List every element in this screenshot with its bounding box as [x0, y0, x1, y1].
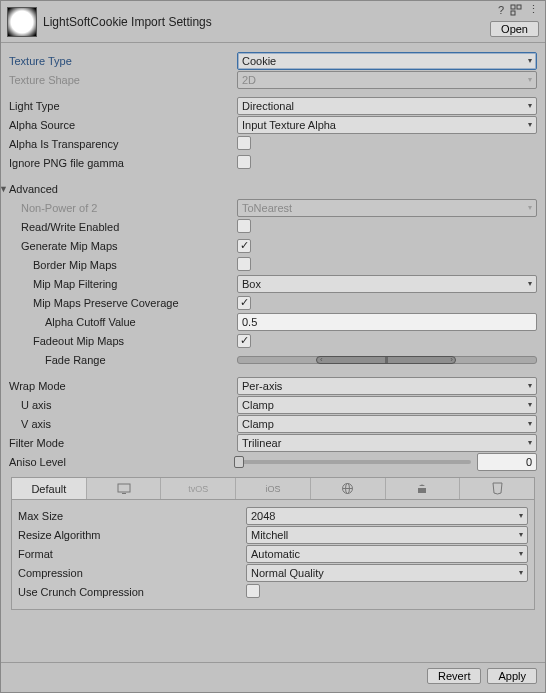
fadeout-mip-label: Fadeout Mip Maps — [33, 335, 124, 347]
read-write-checkbox[interactable] — [237, 219, 251, 233]
read-write-label: Read/Write Enabled — [21, 221, 119, 233]
alpha-transparency-label: Alpha Is Transparency — [9, 138, 118, 150]
alpha-transparency-checkbox[interactable] — [237, 136, 251, 150]
wrap-mode-dropdown[interactable]: Per-axis▾ — [237, 377, 537, 395]
border-mip-checkbox[interactable] — [237, 257, 251, 271]
texture-shape-label: Texture Shape — [9, 74, 80, 86]
texture-shape-dropdown: 2D▾ — [237, 71, 537, 89]
chevron-down-icon: ▾ — [528, 75, 532, 84]
preset-icon[interactable] — [510, 4, 522, 16]
format-dropdown[interactable]: Automatic▾ — [246, 545, 528, 563]
monitor-icon — [117, 483, 131, 495]
svg-rect-1 — [517, 5, 521, 9]
html5-icon — [492, 482, 503, 495]
resize-alg-label: Resize Algorithm — [18, 529, 101, 541]
npo2-label: Non-Power of 2 — [21, 202, 97, 214]
open-button[interactable]: Open — [490, 21, 539, 37]
border-mip-label: Border Mip Maps — [33, 259, 117, 271]
chevron-down-icon: ▾ — [528, 438, 532, 447]
platform-tab-android[interactable] — [386, 478, 461, 499]
wrap-mode-label: Wrap Mode — [9, 380, 66, 392]
chevron-down-icon: ▾ — [519, 549, 523, 558]
mip-coverage-label: Mip Maps Preserve Coverage — [33, 297, 179, 309]
svg-rect-2 — [511, 11, 515, 15]
platform-tab-desktop[interactable] — [87, 478, 162, 499]
menu-icon[interactable]: ⋮ — [528, 3, 539, 16]
svg-rect-3 — [118, 484, 130, 492]
mip-filtering-dropdown[interactable]: Box▾ — [237, 275, 537, 293]
platform-tab-web[interactable] — [311, 478, 386, 499]
mip-filtering-label: Mip Map Filtering — [33, 278, 117, 290]
android-icon — [416, 483, 428, 495]
aniso-field[interactable]: 0 — [477, 453, 537, 471]
chevron-down-icon: ▾ — [528, 419, 532, 428]
apply-button[interactable]: Apply — [487, 668, 537, 684]
aniso-slider-handle[interactable] — [234, 456, 244, 468]
globe-icon — [341, 482, 354, 495]
chevron-down-icon: ▾ — [528, 381, 532, 390]
fade-range-slider[interactable]: ‹|||› — [237, 356, 537, 364]
crunch-checkbox[interactable] — [246, 584, 260, 598]
platform-tab-ios[interactable]: iOS — [236, 478, 311, 499]
light-type-dropdown[interactable]: Directional▾ — [237, 97, 537, 115]
max-size-label: Max Size — [18, 510, 63, 522]
aniso-level-label: Aniso Level — [9, 456, 66, 468]
inspector-header: LightSoftCookie Import Settings ? ⋮ Open — [1, 1, 545, 43]
foldout-icon[interactable]: ▼ — [1, 184, 9, 194]
alpha-cutoff-label: Alpha Cutoff Value — [45, 316, 136, 328]
fade-range-label: Fade Range — [45, 354, 106, 366]
svg-rect-0 — [511, 5, 515, 9]
fade-range-handle[interactable]: ‹|||› — [316, 356, 456, 364]
platform-tab-tvos[interactable]: tvOS — [161, 478, 236, 499]
v-axis-dropdown[interactable]: Clamp▾ — [237, 415, 537, 433]
npo2-dropdown: ToNearest▾ — [237, 199, 537, 217]
format-label: Format — [18, 548, 53, 560]
chevron-down-icon: ▾ — [528, 279, 532, 288]
help-icon[interactable]: ? — [498, 4, 504, 16]
alpha-source-dropdown[interactable]: Input Texture Alpha▾ — [237, 116, 537, 134]
filter-mode-dropdown[interactable]: Trilinear▾ — [237, 434, 537, 452]
svg-rect-4 — [122, 493, 126, 494]
asset-title: LightSoftCookie Import Settings — [43, 15, 212, 29]
gen-mip-checkbox[interactable]: ✓ — [237, 239, 251, 253]
texture-type-dropdown[interactable]: Cookie▾ — [237, 52, 537, 70]
chevron-down-icon: ▾ — [528, 101, 532, 110]
platform-tab-html5[interactable] — [460, 478, 534, 499]
fadeout-mip-checkbox[interactable]: ✓ — [237, 334, 251, 348]
revert-button[interactable]: Revert — [427, 668, 481, 684]
chevron-down-icon: ▾ — [519, 530, 523, 539]
mip-coverage-checkbox[interactable]: ✓ — [237, 296, 251, 310]
crunch-label: Use Crunch Compression — [18, 586, 144, 598]
resize-alg-dropdown[interactable]: Mitchell▾ — [246, 526, 528, 544]
u-axis-label: U axis — [21, 399, 52, 411]
chevron-down-icon: ▾ — [528, 56, 532, 65]
filter-mode-label: Filter Mode — [9, 437, 64, 449]
chevron-down-icon: ▾ — [519, 568, 523, 577]
footer: Revert Apply — [1, 662, 545, 692]
alpha-source-label: Alpha Source — [9, 119, 75, 131]
ignore-png-label: Ignore PNG file gamma — [9, 157, 124, 169]
light-type-label: Light Type — [9, 100, 60, 112]
texture-type-label: Texture Type — [9, 55, 72, 67]
ignore-png-checkbox[interactable] — [237, 155, 251, 169]
compression-dropdown[interactable]: Normal Quality▾ — [246, 564, 528, 582]
max-size-dropdown[interactable]: 2048▾ — [246, 507, 528, 525]
platform-settings: Default tvOS iOS Max Size 2048▾ Resize A… — [11, 477, 535, 610]
platform-tab-default[interactable]: Default — [12, 478, 87, 499]
alpha-cutoff-field[interactable]: 0.5 — [237, 313, 537, 331]
asset-thumbnail — [7, 7, 37, 37]
inspector-body: Texture Type Cookie▾ Texture Shape 2D▾ L… — [1, 43, 545, 662]
chevron-down-icon: ▾ — [528, 400, 532, 409]
gen-mip-label: Generate Mip Maps — [21, 240, 118, 252]
chevron-down-icon: ▾ — [528, 120, 532, 129]
v-axis-label: V axis — [21, 418, 51, 430]
chevron-down-icon: ▾ — [528, 203, 532, 212]
aniso-slider[interactable] — [237, 460, 471, 464]
u-axis-dropdown[interactable]: Clamp▾ — [237, 396, 537, 414]
chevron-down-icon: ▾ — [519, 511, 523, 520]
compression-label: Compression — [18, 567, 83, 579]
advanced-label: Advanced — [9, 183, 58, 195]
